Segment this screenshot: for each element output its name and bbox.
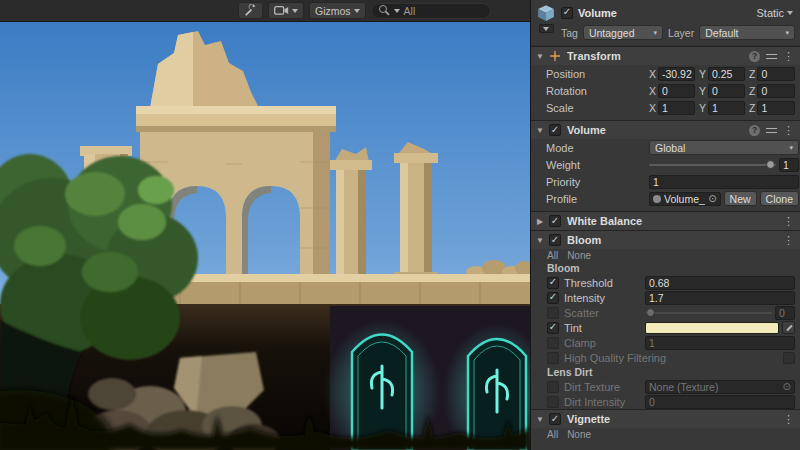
scene-render[interactable] [0, 22, 530, 450]
none-button[interactable]: None [567, 250, 591, 261]
scatter-slider [645, 307, 772, 319]
presets-icon[interactable] [766, 51, 777, 62]
scatter-override-checkbox[interactable] [547, 307, 559, 319]
dropdown-arrow-icon [292, 9, 298, 13]
tint-color-swatch[interactable] [645, 322, 779, 334]
white-balance-checkbox[interactable]: ✓ [549, 215, 561, 227]
eyedropper-icon[interactable] [782, 321, 795, 334]
scale-x-field[interactable]: 1 [658, 101, 695, 115]
tint-override-checkbox[interactable]: ✓ [547, 322, 559, 334]
kebab-menu-icon[interactable]: ⋮ [783, 125, 794, 136]
profile-object-field[interactable]: Volume_Gl ⊙ [649, 192, 721, 206]
help-icon[interactable]: ? [749, 51, 760, 62]
white-balance-header[interactable]: ▶ ✓ White Balance ⋮ [531, 211, 800, 230]
dirt-texture-override-checkbox[interactable] [547, 381, 559, 393]
dropdown-arrow-icon [543, 27, 549, 31]
hqf-row: High Quality Filtering [531, 350, 800, 365]
threshold-field[interactable]: 0.68 [645, 276, 795, 290]
vignette-header[interactable]: ▼ ✓ Vignette ⋮ [531, 409, 800, 428]
vignette-checkbox[interactable]: ✓ [549, 413, 561, 425]
kebab-menu-icon[interactable]: ⋮ [783, 235, 794, 246]
mode-row: Mode Global ▾ [531, 139, 800, 156]
search-icon [379, 5, 390, 16]
object-picker-icon: ⊙ [783, 382, 791, 392]
rotation-y-field[interactable]: 0 [708, 84, 745, 98]
scale-z-field[interactable]: 1 [757, 101, 795, 115]
slider-handle[interactable] [766, 160, 775, 169]
transform-row-rotation: Rotation X0 Y0 Z0 [531, 82, 800, 99]
threshold-row: ✓ Threshold 0.68 [531, 275, 800, 290]
dropdown-arrow-icon [787, 11, 793, 15]
intensity-override-checkbox[interactable]: ✓ [547, 292, 559, 304]
all-button[interactable]: All [547, 429, 558, 440]
rotation-x-field[interactable]: 0 [658, 84, 695, 98]
profile-asset-icon [653, 195, 661, 203]
bloom-header[interactable]: ▼ ✓ Bloom ⋮ [531, 230, 800, 249]
bloom-checkbox[interactable]: ✓ [549, 234, 561, 246]
active-checkbox[interactable]: ✓ [561, 7, 573, 19]
tag-label: Tag [561, 27, 578, 39]
static-dropdown[interactable]: Static [756, 7, 795, 19]
none-button[interactable]: None [567, 429, 591, 440]
inspector-panel: ✓ Volume Static Tag Untagged ▾ Layer [530, 0, 800, 450]
kebab-menu-icon[interactable]: ⋮ [783, 51, 794, 62]
bloom-section-label: Bloom [531, 261, 800, 275]
kebab-menu-icon[interactable]: ⋮ [783, 216, 794, 227]
priority-field[interactable]: 1 [649, 175, 799, 189]
dirt-intensity-row: Dirt Intensity 0 [531, 394, 800, 409]
help-icon[interactable]: ? [749, 125, 760, 136]
mode-dropdown[interactable]: Global ▾ [649, 140, 799, 155]
camera-view-button[interactable] [268, 2, 304, 19]
gameobject-header: ✓ Volume Static Tag Untagged ▾ Layer [531, 0, 800, 46]
hqf-override-checkbox[interactable] [547, 352, 559, 364]
transform-row-scale: Scale X1 Y1 Z1 [531, 99, 800, 116]
dirt-intensity-field: 0 [645, 395, 795, 409]
search-value: All [404, 5, 416, 17]
layer-dropdown[interactable]: Default ▾ [699, 25, 795, 40]
volume-component-header[interactable]: ▼ ✓ Volume ? ⋮ [531, 120, 800, 139]
profile-row: Profile Volume_Gl ⊙ New Clone [531, 190, 800, 207]
scene-view[interactable]: Gizmos All [0, 0, 530, 450]
scatter-row: Scatter 0 [531, 305, 800, 320]
tint-row: ✓ Tint [531, 320, 800, 335]
object-picker-icon[interactable]: ⊙ [708, 194, 716, 204]
rotation-z-field[interactable]: 0 [757, 84, 795, 98]
hqf-value-checkbox [783, 352, 795, 364]
volume-enabled-checkbox[interactable]: ✓ [549, 124, 561, 136]
all-button[interactable]: All [547, 250, 558, 261]
foldout-open-icon[interactable]: ▼ [535, 52, 545, 61]
bloom-allnone: All None [531, 249, 800, 261]
transform-header[interactable]: ▼ Transform ? ⋮ [531, 46, 800, 65]
weight-slider[interactable] [649, 159, 776, 171]
priority-row: Priority 1 [531, 173, 800, 190]
clamp-override-checkbox[interactable] [547, 337, 559, 349]
intensity-field[interactable]: 1.7 [645, 291, 795, 305]
foldout-open-icon[interactable]: ▼ [535, 236, 545, 245]
foldout-open-icon[interactable]: ▼ [535, 415, 545, 424]
presets-icon[interactable] [766, 125, 777, 136]
icon-select-dropdown[interactable] [539, 24, 554, 33]
scene-search-field[interactable]: All [371, 3, 491, 19]
gizmos-dropdown[interactable]: Gizmos [309, 2, 366, 19]
position-x-field[interactable]: -30.92 [658, 67, 695, 81]
vignette-allnone: All None [531, 428, 800, 440]
tools-button[interactable] [238, 2, 263, 19]
search-filter-arrow-icon [394, 9, 400, 13]
position-y-field[interactable]: 0.25 [708, 67, 745, 81]
threshold-override-checkbox[interactable]: ✓ [547, 277, 559, 289]
position-z-field[interactable]: 0 [757, 67, 795, 81]
kebab-menu-icon[interactable]: ⋮ [783, 414, 794, 425]
dirt-intensity-override-checkbox[interactable] [547, 396, 559, 408]
wrench-icon [244, 4, 257, 17]
clone-button[interactable]: Clone [760, 191, 799, 206]
scale-y-field[interactable]: 1 [708, 101, 745, 115]
intensity-row: ✓ Intensity 1.7 [531, 290, 800, 305]
new-button[interactable]: New [724, 191, 757, 206]
transform-row-position: Position X-30.92 Y0.25 Z0 [531, 65, 800, 82]
foldout-open-icon[interactable]: ▼ [535, 126, 545, 135]
tag-dropdown[interactable]: Untagged ▾ [583, 25, 663, 40]
weight-field[interactable]: 1 [779, 158, 799, 172]
gameobject-name[interactable]: Volume [578, 7, 751, 19]
transform-icon [549, 50, 561, 62]
foldout-closed-icon[interactable]: ▶ [535, 217, 545, 226]
